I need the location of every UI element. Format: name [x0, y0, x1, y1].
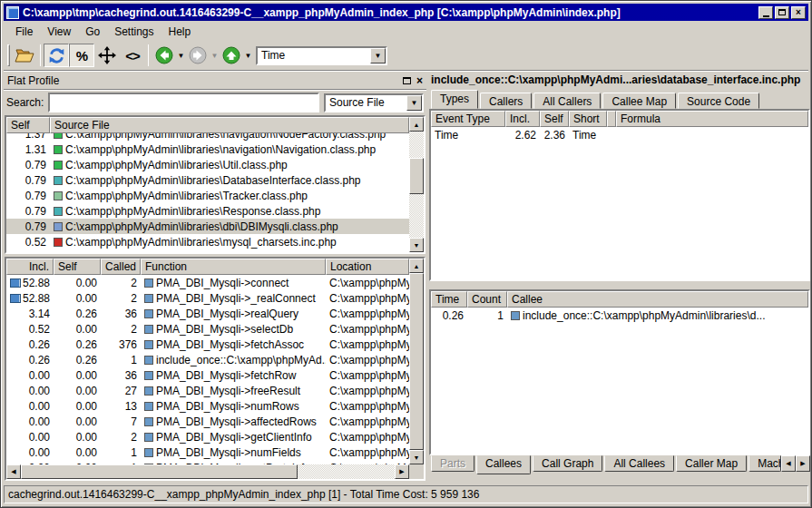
- scrollbar-thumb[interactable]: [409, 273, 424, 450]
- function-row[interactable]: 0.00 0.00 36 PMA_DBI_Mysqli->fetchRow C:…: [6, 367, 409, 383]
- tab-call-graph[interactable]: Call Graph: [533, 455, 602, 472]
- flat-row[interactable]: 1.31 C:\xampp\phpMyAdmin\libraries\navig…: [6, 142, 409, 157]
- toolbar-grip[interactable]: [7, 44, 10, 66]
- col-spacer[interactable]: [607, 111, 616, 127]
- tab-machine-code[interactable]: Machine: [748, 455, 781, 472]
- col-count[interactable]: Count: [467, 291, 507, 308]
- menu-go[interactable]: Go: [78, 24, 107, 40]
- scroll-left-icon[interactable]: ◀: [6, 464, 21, 479]
- event-type-row[interactable]: Time 2.62 2.36 Time: [431, 127, 808, 142]
- vertical-scrollbar[interactable]: ▲ ▼: [409, 259, 424, 464]
- function-row[interactable]: 0.00 0.00 27 PMA_DBI_Mysqli->freeResult …: [6, 383, 409, 398]
- flat-row[interactable]: 0.79 C:\xampp\phpMyAdmin\libraries\Track…: [6, 188, 409, 203]
- function-row[interactable]: 0.00 0.00 1 PMA_DBI_Mysqli->numFields C:…: [6, 444, 409, 460]
- scrollbar-thumb[interactable]: [409, 158, 424, 194]
- splitter[interactable]: [429, 281, 810, 289]
- up-button[interactable]: [219, 44, 244, 67]
- function-row[interactable]: 0.00 0.00 7 PMA_DBI_Mysqli->affectedRows…: [6, 414, 409, 429]
- menu-help[interactable]: Help: [161, 24, 199, 40]
- function-row[interactable]: 0.00 0.00 2 PMA_DBI_Mysqli->getClientInf…: [6, 429, 409, 444]
- col-self[interactable]: Self: [54, 259, 101, 275]
- function-row[interactable]: 0.26 0.26 376 PMA_DBI_Mysqli->fetchAssoc…: [6, 337, 409, 352]
- tab-source-code[interactable]: Source Code: [678, 93, 759, 109]
- col-location[interactable]: Location: [326, 259, 409, 275]
- chevron-down-icon[interactable]: ▼: [370, 48, 386, 64]
- col-source-file[interactable]: Source File: [50, 117, 409, 133]
- col-self[interactable]: Self: [6, 117, 50, 133]
- col-called[interactable]: Called: [101, 259, 141, 275]
- back-dropdown[interactable]: ▼: [177, 44, 185, 67]
- col-incl[interactable]: Incl.: [505, 111, 540, 127]
- menu-file[interactable]: File: [8, 24, 40, 40]
- flat-row-clipped[interactable]: 1.37 C:\xampp\phpMyAdmin\libraries\navig…: [6, 133, 409, 142]
- minimize-button[interactable]: [758, 6, 773, 19]
- col-incl[interactable]: Incl.: [6, 259, 54, 275]
- back-button[interactable]: [152, 44, 177, 67]
- titlebar[interactable]: C:\xampp\tmp\cachegrind.out.1416463299-C…: [4, 4, 808, 21]
- tab-parts[interactable]: Parts: [431, 455, 474, 472]
- col-function[interactable]: Function: [141, 259, 326, 275]
- col-time[interactable]: Time: [431, 291, 467, 308]
- col-callee[interactable]: Callee: [507, 291, 808, 308]
- horizontal-scrollbar[interactable]: ◀ ▶: [6, 464, 409, 479]
- menu-settings[interactable]: Settings: [107, 24, 161, 40]
- self-value: 0.00: [54, 369, 101, 382]
- scroll-down-icon[interactable]: ▼: [409, 238, 424, 252]
- flat-row[interactable]: 0.79 C:\xampp\phpMyAdmin\libraries\Respo…: [6, 203, 409, 219]
- event-type-combobox[interactable]: Time ▼: [256, 46, 387, 65]
- flat-row-clipped[interactable]: 0.52 C:\xampp\phpMyAdmin\libraries\user_…: [6, 249, 409, 254]
- menu-view[interactable]: View: [40, 24, 78, 40]
- shorten-templates-button[interactable]: <>: [120, 44, 145, 67]
- close-button[interactable]: ×: [791, 6, 806, 19]
- percent-toggle-button[interactable]: %: [69, 44, 94, 67]
- maximize-button[interactable]: [775, 6, 789, 19]
- function-row[interactable]: 0.00 0.00 13 PMA_DBI_Mysqli->numRows C:\…: [6, 398, 409, 414]
- cycle-grouping-button[interactable]: [44, 44, 69, 67]
- expand-areas-button[interactable]: [94, 44, 120, 67]
- col-formula[interactable]: Formula: [616, 111, 808, 127]
- up-dropdown[interactable]: ▼: [244, 44, 252, 67]
- detail-bottom-tabs: Parts Callees Call Graph All Callees Cal…: [429, 455, 810, 475]
- function-color-swatch: [144, 356, 153, 365]
- forward-dropdown[interactable]: ▼: [210, 44, 219, 67]
- search-input[interactable]: [48, 93, 319, 112]
- tab-scroll-left-icon[interactable]: ◀: [781, 455, 796, 472]
- forward-button[interactable]: [185, 44, 210, 67]
- dock-close-button[interactable]: ×: [416, 76, 423, 85]
- scrollbar-thumb[interactable]: [21, 464, 298, 479]
- col-self[interactable]: Self: [540, 111, 569, 127]
- dock-float-button[interactable]: [403, 74, 411, 87]
- flat-row[interactable]: 0.79 C:\xampp\phpMyAdmin\libraries\Util.…: [6, 157, 409, 172]
- refresh-icon: [48, 47, 65, 64]
- dock-header[interactable]: Flat Profile ×: [4, 72, 426, 90]
- flat-row[interactable]: 0.79 C:\xampp\phpMyAdmin\libraries\Datab…: [6, 172, 409, 188]
- function-color-swatch: [144, 325, 153, 334]
- col-short[interactable]: Short: [569, 111, 607, 127]
- open-file-button[interactable]: [12, 44, 37, 67]
- tab-all-callers[interactable]: All Callers: [533, 93, 601, 109]
- tab-callees[interactable]: Callees: [476, 455, 531, 474]
- tab-caller-map[interactable]: Caller Map: [676, 455, 747, 472]
- flat-row-selected[interactable]: 0.79 C:\xampp\phpMyAdmin\libraries\dbi\D…: [6, 219, 409, 234]
- scroll-right-icon[interactable]: ▶: [395, 464, 409, 479]
- scroll-up-icon[interactable]: ▲: [409, 117, 424, 132]
- tab-callee-map[interactable]: Callee Map: [602, 93, 676, 109]
- group-by-combobox[interactable]: Source File ▼: [324, 93, 424, 112]
- function-row[interactable]: 52.88 0.00 2 PMA_DBI_Mysqli->_realConnec…: [6, 290, 409, 306]
- function-row[interactable]: 0.26 0.26 1 include_once::C:\xampp\phpMy…: [6, 352, 409, 367]
- function-row[interactable]: 3.14 0.26 36 PMA_DBI_Mysqli->realQuery C…: [6, 306, 409, 321]
- callee-row[interactable]: 0.26 1 include_once::C:\xampp\phpMyAdmin…: [431, 308, 808, 323]
- scroll-down-icon[interactable]: ▼: [409, 450, 424, 464]
- col-event-type[interactable]: Event Type: [431, 111, 505, 127]
- tab-callers[interactable]: Callers: [480, 93, 532, 109]
- vertical-scrollbar[interactable]: ▲ ▼: [409, 117, 424, 252]
- function-row[interactable]: 0.52 0.00 2 PMA_DBI_Mysqli->selectDb C:\…: [6, 321, 409, 337]
- function-row[interactable]: 52.88 0.00 2 PMA_DBI_Mysqli->connect C:\…: [6, 275, 409, 290]
- tab-scroll-right-icon[interactable]: ▶: [796, 455, 810, 472]
- chevron-down-icon[interactable]: ▼: [406, 95, 422, 111]
- tab-types[interactable]: Types: [431, 90, 478, 109]
- tab-all-callees[interactable]: All Callees: [604, 455, 674, 472]
- function-color-swatch: [144, 278, 153, 288]
- flat-row[interactable]: 0.52 C:\xampp\phpMyAdmin\libraries\mysql…: [6, 234, 409, 249]
- scroll-up-icon[interactable]: ▲: [409, 259, 424, 273]
